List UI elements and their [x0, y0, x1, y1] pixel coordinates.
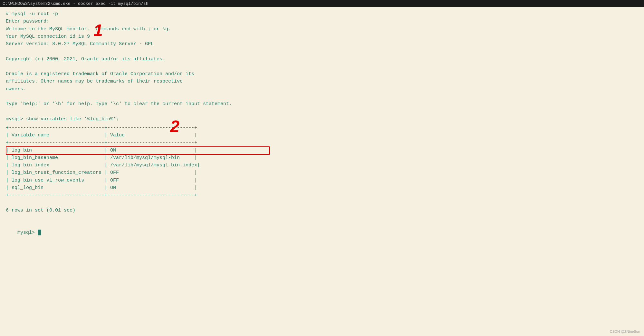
line-13: Type 'help;' or '\h' for help. Type '\c'… — [6, 100, 638, 108]
annotation-1: 1 — [93, 21, 103, 40]
blank-4 — [6, 108, 638, 115]
titlebar: C:\WINDOWS\system32\cmd.exe - docker exe… — [0, 0, 644, 7]
blank-1 — [6, 48, 638, 55]
titlebar-text: C:\WINDOWS\system32\cmd.exe - docker exe… — [3, 1, 148, 6]
table-top-border: +---------------------------------+-----… — [6, 124, 638, 132]
line-11: owners. — [6, 85, 638, 93]
blank-3 — [6, 93, 638, 100]
table-header: | Variable_name | Value | — [6, 132, 638, 139]
table-row-6: | sql_log_bin | ON | — [6, 184, 638, 192]
prompt-text: mysql> — [17, 230, 38, 235]
footer-line-1: 6 rows in set (0.01 sec) — [6, 207, 638, 214]
blank-after-table — [6, 199, 638, 206]
watermark: CSDN @ZNineSun — [610, 330, 640, 333]
cursor — [38, 230, 41, 235]
table-container: +---------------------------------+-----… — [6, 124, 638, 199]
table-highlight-wrapper: | log_bin | ON | — [6, 147, 638, 154]
footer-prompt: mysql> — [6, 222, 638, 244]
line-1: # mysql -u root -p — [6, 10, 638, 18]
line-5: Server version: 8.0.27 MySQL Community S… — [6, 40, 638, 48]
table-row-4: | log_bin_trust_function_creators | OFF … — [6, 169, 638, 176]
line-10: affiliates. Other names may be trademark… — [6, 78, 638, 85]
table-row-2: | log_bin_basename | /var/lib/mysql/mysq… — [6, 154, 638, 162]
line-7: Copyright (c) 2000, 2021, Oracle and/or … — [6, 55, 638, 63]
table-header-sep: +---------------------------------+-----… — [6, 139, 638, 146]
line-15: mysql> show variables like '%log_bin%'; — [6, 115, 638, 123]
table-row-1: | log_bin | ON | — [6, 147, 638, 154]
table-row-5: | log_bin_use_v1_row_events | OFF | — [6, 177, 638, 184]
terminal-body: 1 # mysql -u root -p Enter password: Wel… — [0, 7, 644, 247]
table-row-3: | log_bin_index | /var/lib/mysql/mysql-b… — [6, 162, 638, 169]
blank-before-prompt — [6, 214, 638, 222]
line-9: Oracle is a registered trademark of Orac… — [6, 70, 638, 78]
table-bottom-border: +---------------------------------+-----… — [6, 192, 638, 199]
blank-2 — [6, 63, 638, 70]
